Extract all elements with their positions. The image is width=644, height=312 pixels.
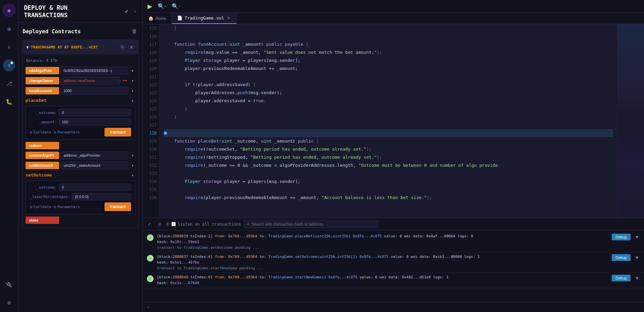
header-actions: ✓ ›	[123, 7, 137, 16]
expand-bottom-button[interactable]: ⤢	[146, 221, 153, 228]
balance-display: Balance: 0 ETH	[23, 57, 138, 66]
zoom-out-button[interactable]: 🔍−	[170, 2, 183, 11]
addalgoprov-input[interactable]	[61, 67, 128, 75]
placebet-actions: ⊡ Calldata ⊡ Parameters transact	[30, 128, 131, 136]
delete-all-button[interactable]: 🗑	[130, 27, 138, 36]
tx-to-label-1: to:	[259, 234, 269, 238]
code-line-134: Player storage player = players[msg.send…	[164, 178, 613, 186]
placebet-header-row: placebet	[23, 96, 138, 105]
placebet-collapse-button[interactable]	[130, 97, 135, 103]
contract-header[interactable]: ▼ TRADINGGAME AT AT 0X8FE...4C87 ⎘ ✕	[23, 40, 138, 54]
sidebar-item-debug[interactable]: 🐛	[3, 95, 15, 108]
listen-checkbox[interactable]: listen on all transactions	[171, 222, 241, 227]
addalgoprov-chevron[interactable]	[130, 68, 135, 74]
setoutcome-header-row: setOutcome	[23, 170, 138, 179]
setminimuma-chevron[interactable]	[130, 162, 135, 168]
sidebar-item-settings[interactable]: ⚙	[3, 297, 15, 309]
changeowner-chevron[interactable]	[130, 78, 135, 84]
code-line-119: Player storage player = players[msg.send…	[164, 56, 613, 65]
setoutcome-actions: ⊡ Calldata ⊡ Parameters transact	[30, 202, 131, 211]
clear-button[interactable]: ⊘	[156, 221, 164, 228]
removealgoprovider-input[interactable]	[61, 151, 128, 159]
tx-to-3: TradingGame.startNewGame() 0x8fe...4c875	[268, 275, 360, 279]
bottom-toolbar: ⤢ ⊘ 0 listen on all transactions ⌕	[143, 218, 644, 230]
placebet-transact-button[interactable]: transact	[105, 128, 131, 136]
tab-home[interactable]: 🏠 Home	[143, 13, 172, 24]
sidebar-item-deploy[interactable]: ⬆	[3, 59, 15, 71]
calldata-link[interactable]: ⊡ Calldata	[30, 130, 51, 134]
tx-data-2: data: 0xcb3...00000	[420, 255, 464, 259]
search-input[interactable]	[251, 222, 375, 227]
setminimuma-button[interactable]: setMinimumA	[26, 162, 59, 169]
code-line-133	[164, 169, 613, 178]
fundaccount-button[interactable]: fundAccount	[26, 87, 59, 94]
loser-percentages-input[interactable]	[72, 193, 131, 200]
debug-button-3[interactable]: Debug	[612, 275, 631, 281]
zoom-in-button[interactable]: 🔍+	[156, 2, 168, 11]
contract-body: Balance: 0 ETH addAlgoProv changeOwner •…	[23, 54, 138, 228]
tx-block-3: [block:2088048 txIndex:0]	[157, 275, 215, 279]
code-line-126: }	[164, 113, 613, 121]
stake-button[interactable]: stake	[26, 217, 59, 224]
changeowner-input[interactable]	[61, 77, 120, 85]
brand-icon: ◈	[2, 3, 16, 17]
sidebar-item-files[interactable]: ⊞	[3, 23, 15, 35]
sidebar-item-git[interactable]: ⎇	[3, 77, 15, 89]
tab-tradinggame[interactable]: 📄 TradingGame.sol ✕	[172, 13, 236, 24]
addalgoprov-button[interactable]: addAlgoProv	[26, 67, 59, 74]
listen-checkbox-input[interactable]	[171, 222, 176, 226]
changeowner-button[interactable]: changeOwner	[26, 77, 59, 84]
tx-main-row-2: ✓ [block:2088037 txIndex:4] from: 0x7A9.…	[147, 254, 640, 265]
placebet-amount-input[interactable]	[59, 118, 131, 126]
tab-close-button[interactable]: ✕	[226, 16, 231, 21]
setoutcome-calldata-icon: ⊡	[30, 205, 32, 209]
setoutcome-calldata-link[interactable]: ⊡ Calldata	[30, 205, 51, 209]
debug-expand-2[interactable]: ▼	[634, 254, 640, 261]
parameters-link[interactable]: ⊡ Parameters	[54, 130, 80, 134]
play-button[interactable]: ▶	[146, 1, 154, 11]
debug-button-1[interactable]: Debug	[612, 234, 631, 240]
removealgoprovider-chevron[interactable]	[130, 152, 135, 158]
placebet-amount-row: _amount:	[30, 118, 131, 126]
setminimuma-input[interactable]	[61, 161, 128, 169]
fundaccount-chevron[interactable]	[130, 88, 135, 94]
expand-arrow-button[interactable]: ›	[146, 304, 151, 311]
tx-details-1: [block:2088019 txIndex:2] from: 0x7A9...…	[157, 234, 608, 245]
code-line-127	[164, 121, 613, 129]
sidebar-item-plugins[interactable]: 🔌	[3, 278, 15, 290]
removealgoprovider-button[interactable]: removeAlgoPr	[26, 152, 59, 159]
tx-hash-label-2: hash:	[157, 260, 170, 265]
changeowner-dots-button[interactable]: •••	[121, 78, 128, 84]
loser-percentages-label: _loserPercentages:	[30, 195, 70, 199]
code-line-120: player.previousRedeemableAmount += _amou…	[164, 65, 613, 73]
transaction-list: ✓ [block:2088019 txIndex:2] from: 0x7A9.…	[143, 230, 644, 302]
placebet-outcome-row: _outcome:	[30, 109, 131, 116]
setoutcome-collapse-button[interactable]	[130, 172, 135, 178]
redeem-button[interactable]: redeem	[26, 142, 59, 149]
chevron-right-icon[interactable]: ›	[133, 7, 137, 16]
debug-button-2[interactable]: Debug	[612, 254, 631, 261]
minimap	[617, 24, 644, 218]
remove-contract-button[interactable]: ✕	[128, 43, 135, 52]
placebet-label: placebet	[26, 98, 47, 103]
sidebar-item-search[interactable]: ⌕	[3, 41, 15, 53]
setoutcome-parameters-link[interactable]: ⊡ Parameters	[54, 205, 80, 209]
fundaccount-input[interactable]	[61, 87, 128, 95]
tabs-bar: 🏠 Home 📄 TradingGame.sol ✕	[143, 13, 644, 24]
home-tab-label: Home	[156, 16, 166, 21]
debug-expand-1[interactable]: ▼	[634, 234, 640, 240]
tx-item-3: ✓ [block:2088048 txIndex:0] from: 0x7A9.…	[143, 273, 644, 288]
panel-title: DEPLOY & RUN TRANSACTIONS	[24, 4, 68, 18]
main-content: ▶ 🔍+ 🔍− 🏠 Home 📄 TradingGame.sol ✕ 115 1…	[143, 0, 644, 312]
setoutcome-transact-button[interactable]: transact	[105, 202, 131, 211]
setoutcome-outcome-input[interactable]	[59, 184, 131, 191]
code-content[interactable]: } function fundAccount(uint _amount) pub…	[160, 24, 617, 218]
copy-address-button[interactable]: ⎘	[120, 43, 126, 52]
tx-hash-label-1: hash:	[157, 240, 170, 244]
code-line-121	[164, 73, 613, 81]
code-line-136: require(player.previousRedeemableAmount …	[164, 194, 613, 202]
check-icon[interactable]: ✓	[123, 7, 130, 16]
deployed-section: Deployed Contracts 🗑 ▼ TRADINGGAME AT AT…	[18, 23, 143, 312]
placebet-outcome-input[interactable]	[59, 109, 131, 116]
debug-expand-3[interactable]: ▼	[634, 275, 640, 281]
